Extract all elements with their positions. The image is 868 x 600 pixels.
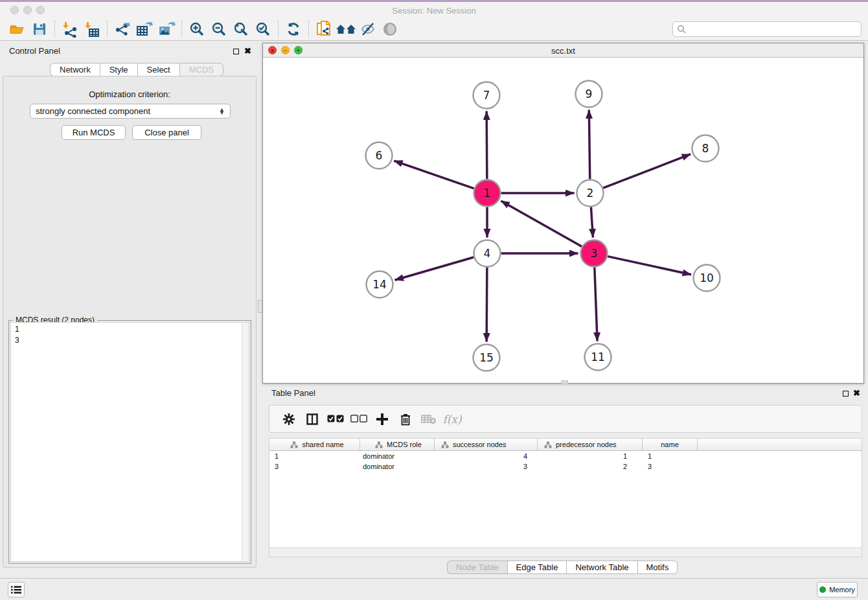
tab-node-table[interactable]: Node Table	[447, 560, 507, 574]
search-field[interactable]	[672, 21, 862, 37]
graph-edge-3-1[interactable]	[501, 201, 582, 246]
tab-network[interactable]: Network	[50, 63, 100, 76]
tab-style[interactable]: Style	[100, 63, 137, 76]
mcds-result-group: MCDS result (2 nodes) 1 3	[8, 320, 251, 564]
search-icon	[677, 25, 686, 34]
control-panel-close-icon[interactable]: ✖	[244, 46, 251, 56]
show-graphics-details-button[interactable]	[379, 19, 401, 39]
graph-edge-2-3[interactable]	[591, 207, 593, 237]
graph-edge-1-7[interactable]	[486, 111, 487, 179]
export-image-button[interactable]	[155, 19, 177, 39]
tab-edge-table[interactable]: Edge Table	[507, 560, 567, 574]
table-row[interactable]: 3 dominator 3 2 3	[269, 461, 862, 472]
zoom-out-button[interactable]	[208, 19, 230, 39]
hide-selected-button[interactable]	[357, 19, 379, 39]
cell-predecessor-nodes[interactable]: 1	[538, 452, 643, 460]
function-builder-button[interactable]: f(x)	[440, 408, 464, 430]
column-header-successor-nodes[interactable]: successor nodes	[435, 439, 538, 450]
network-window-title: scc.txt	[263, 46, 863, 56]
import-table-icon	[84, 21, 100, 38]
control-panel-title: Control Panel	[9, 46, 60, 56]
clone-network-button[interactable]	[313, 19, 335, 39]
save-session-button[interactable]	[29, 19, 51, 39]
cell-mcds-role[interactable]: dominator	[360, 463, 435, 470]
table-settings-button[interactable]	[277, 408, 301, 430]
export-network-button[interactable]	[111, 19, 133, 39]
cell-successor-nodes[interactable]: 3	[435, 463, 538, 470]
graph-edge-2-8[interactable]	[603, 154, 691, 188]
toolbar-separator	[308, 21, 309, 38]
table-panel-close-icon[interactable]: ✖	[853, 388, 860, 398]
column-header-name[interactable]: name	[643, 439, 698, 450]
tab-network-table[interactable]: Network Table	[566, 560, 637, 574]
table-panel-float-icon[interactable]	[843, 391, 849, 397]
graph-edge-3-10[interactable]	[608, 257, 691, 275]
cell-successor-nodes[interactable]: 4	[435, 452, 538, 460]
task-history-button[interactable]	[8, 582, 25, 597]
import-network-button[interactable]	[59, 19, 81, 39]
select-all-button[interactable]	[324, 408, 347, 430]
delete-column-button[interactable]	[394, 408, 417, 430]
add-column-button[interactable]	[371, 408, 394, 430]
graph-edge-4-14[interactable]	[395, 257, 474, 280]
column-header-shared-name[interactable]: shared name	[269, 439, 360, 450]
tab-select[interactable]: Select	[137, 63, 179, 76]
memory-button[interactable]: Memory	[817, 582, 858, 597]
close-panel-button[interactable]: Close panel	[132, 125, 201, 140]
network-window-titlebar[interactable]: x – + scc.txt	[263, 43, 863, 58]
graph-node-label: 1	[484, 187, 491, 200]
result-scrollbar[interactable]	[242, 323, 249, 561]
table-panel-tabs: Node Table Edge Table Network Table Moti…	[447, 560, 678, 574]
fx-icon: f(x)	[442, 413, 461, 426]
criterion-select[interactable]: strongly connected component ▲▼	[30, 104, 231, 119]
zoom-selected-button[interactable]	[252, 19, 274, 39]
first-neighbors-button[interactable]	[335, 19, 357, 39]
open-session-button[interactable]	[6, 19, 29, 39]
cell-shared-name[interactable]: 3	[269, 463, 360, 470]
mcds-result-values: 1 3	[11, 323, 249, 347]
tab-motifs[interactable]: Motifs	[637, 560, 678, 574]
graph-edge-2-9[interactable]	[589, 110, 589, 179]
graph-node-label: 3	[591, 247, 598, 260]
search-input[interactable]	[686, 25, 861, 34]
zoom-in-button[interactable]	[186, 19, 208, 39]
graph-node-label: 4	[484, 247, 491, 260]
refresh-icon	[285, 21, 302, 38]
table-panel-title: Table Panel	[271, 388, 315, 398]
graph-edge-1-6[interactable]	[394, 161, 474, 189]
node-table-header: shared name MCDS role successor nodes pr…	[269, 439, 862, 451]
toolbar-separator	[278, 21, 279, 38]
run-mcds-button[interactable]: Run MCDS	[62, 125, 126, 140]
column-header-mcds-role[interactable]: MCDS role	[360, 439, 435, 450]
mcds-result-textarea[interactable]: 1 3	[10, 322, 249, 562]
cell-name[interactable]: 1	[643, 452, 698, 460]
zoom-fit-button[interactable]	[230, 19, 252, 39]
show-column-button[interactable]	[301, 408, 324, 430]
import-table-button[interactable]	[81, 19, 103, 39]
graph-node-label: 6	[376, 149, 383, 162]
tab-mcds[interactable]: MCDS	[179, 63, 223, 76]
control-panel-float-icon[interactable]	[233, 49, 239, 54]
delete-table-button[interactable]	[417, 408, 440, 430]
network-canvas[interactable]: 7968124314101511	[263, 58, 863, 383]
horizontal-splitter-grip[interactable]	[561, 380, 568, 384]
table-horizontal-scrollbar[interactable]	[269, 548, 862, 557]
graph-edge-3-11[interactable]	[595, 267, 597, 341]
export-image-icon	[157, 21, 176, 38]
export-table-button[interactable]	[133, 19, 155, 39]
graph-edge-4-15[interactable]	[486, 267, 487, 341]
column-header-predecessor-nodes[interactable]: predecessor nodes	[538, 439, 643, 450]
status-bar: Memory	[0, 578, 868, 600]
import-network-icon	[62, 21, 78, 38]
apply-layout-button[interactable]	[282, 19, 304, 39]
cell-predecessor-nodes[interactable]: 2	[538, 463, 643, 470]
graph-node-label: 2	[587, 187, 594, 200]
deselect-all-button[interactable]	[347, 408, 371, 430]
cell-shared-name[interactable]: 1	[269, 452, 360, 460]
cell-mcds-role[interactable]: dominator	[360, 452, 435, 460]
cell-name[interactable]: 3	[643, 463, 698, 470]
zoom-fit-icon	[233, 21, 249, 38]
network-view-window: x – + scc.txt 7968124314101511	[262, 43, 864, 384]
panel-splitter-grip[interactable]	[258, 300, 262, 313]
table-row[interactable]: 1 dominator 4 1 1	[269, 451, 862, 461]
